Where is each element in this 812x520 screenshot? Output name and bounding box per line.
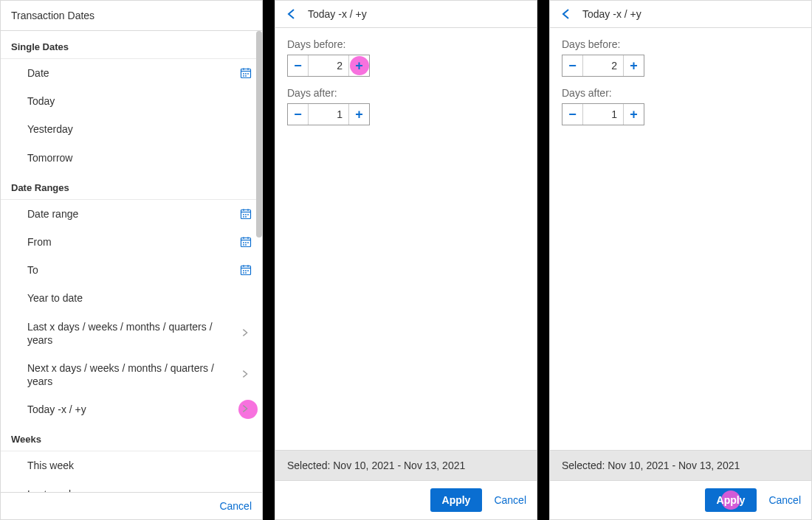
- option-label: From: [27, 235, 52, 249]
- option-label: Last x days / weeks / months / quarters …: [27, 320, 219, 347]
- days-after-value[interactable]: 1: [583, 104, 623, 125]
- option-label: To: [27, 263, 38, 277]
- svg-point-16: [243, 216, 244, 218]
- days-before-value[interactable]: 2: [309, 55, 348, 76]
- scrollbar-thumb[interactable]: [256, 31, 262, 238]
- days-after-stepper: − 1 +: [562, 103, 644, 125]
- option-next-x[interactable]: Next x days / weeks / months / quarters …: [1, 354, 262, 395]
- apply-button[interactable]: Apply: [430, 488, 483, 512]
- option-yesterday[interactable]: Yesterday: [1, 115, 262, 143]
- svg-point-15: [247, 214, 249, 215]
- detail-header: Today -x / +y: [275, 1, 537, 28]
- option-this-week[interactable]: This week: [1, 451, 262, 479]
- svg-point-25: [243, 244, 244, 246]
- days-after-increment[interactable]: +: [348, 104, 369, 125]
- selected-range: Selected: Nov 10, 2021 - Nov 13, 2021: [550, 450, 811, 480]
- calendar-icon: [240, 236, 252, 248]
- detail-header: Today -x / +y: [550, 1, 811, 28]
- days-before-stepper: − 2 +: [287, 55, 370, 77]
- option-label: Today: [27, 94, 55, 108]
- svg-point-31: [243, 270, 244, 271]
- svg-point-4: [243, 73, 244, 74]
- panel-today-xy-step1: Today -x / +y Days before: − 2 + Days af…: [275, 0, 537, 520]
- option-to[interactable]: To: [1, 256, 262, 284]
- svg-point-24: [247, 242, 249, 243]
- days-before-label: Days before:: [562, 38, 799, 50]
- chevron-right-icon: [240, 369, 252, 381]
- days-after-label: Days after:: [562, 87, 799, 99]
- scrollbar[interactable]: [255, 31, 262, 492]
- days-after-label: Days after:: [287, 87, 525, 99]
- section-header-weeks: Weeks: [1, 423, 262, 451]
- option-tomorrow[interactable]: Tomorrow: [1, 144, 262, 172]
- svg-point-33: [247, 270, 249, 271]
- days-after-decrement[interactable]: −: [562, 104, 583, 125]
- detail-body: Days before: − 2 + Days after: − 1 +: [275, 28, 537, 450]
- panel-today-xy-step2: Today -x / +y Days before: − 2 + Days af…: [549, 0, 812, 520]
- option-last-week[interactable]: Last week: [1, 480, 262, 492]
- section-header-single-dates: Single Dates: [1, 31, 262, 59]
- days-before-stepper: − 2 +: [562, 55, 644, 77]
- days-before-increment[interactable]: +: [623, 55, 644, 76]
- option-today[interactable]: Today: [1, 87, 262, 115]
- option-label: Yesterday: [27, 122, 73, 136]
- option-label: Date: [27, 66, 49, 80]
- calendar-icon: [240, 208, 252, 220]
- option-date-range[interactable]: Date range: [1, 200, 262, 228]
- svg-point-5: [245, 73, 247, 74]
- option-from[interactable]: From: [1, 228, 262, 256]
- days-before-decrement[interactable]: −: [288, 55, 309, 76]
- days-after-stepper: − 1 +: [287, 103, 370, 125]
- svg-point-22: [243, 242, 244, 243]
- days-before-label: Days before:: [287, 38, 525, 50]
- apply-button[interactable]: Apply: [705, 488, 757, 512]
- back-button[interactable]: [560, 8, 572, 20]
- option-last-x[interactable]: Last x days / weeks / months / quarters …: [1, 313, 262, 354]
- days-before-value[interactable]: 2: [583, 55, 623, 76]
- panel-title: Transaction Dates: [1, 1, 262, 31]
- chevron-right-icon: [240, 327, 252, 339]
- panel-footer: Cancel: [1, 492, 262, 519]
- detail-footer: Apply Cancel: [550, 480, 811, 519]
- chevron-right-icon: [240, 403, 252, 415]
- option-label: Tomorrow: [27, 151, 72, 164]
- svg-point-17: [245, 216, 247, 218]
- svg-point-34: [243, 272, 244, 274]
- selected-range: Selected: Nov 10, 2021 - Nov 13, 2021: [275, 450, 537, 480]
- option-date[interactable]: Date: [1, 59, 262, 87]
- svg-point-35: [245, 272, 247, 274]
- detail-title: Today -x / +y: [308, 8, 367, 20]
- days-after-increment[interactable]: +: [623, 104, 644, 125]
- option-label: Next x days / weeks / months / quarters …: [27, 361, 219, 388]
- cancel-button[interactable]: Cancel: [219, 500, 252, 512]
- days-before-increment[interactable]: +: [348, 55, 369, 76]
- option-label: This week: [27, 459, 74, 472]
- options-list: Single Dates Date Today Yesterday Tomorr…: [1, 31, 262, 492]
- svg-point-7: [243, 75, 244, 77]
- svg-point-26: [245, 244, 247, 246]
- days-before-decrement[interactable]: −: [562, 55, 583, 76]
- panel-transaction-dates: Transaction Dates Single Dates Date Toda…: [0, 0, 263, 520]
- svg-point-32: [245, 270, 247, 271]
- svg-point-8: [245, 75, 247, 77]
- detail-footer: Apply Cancel: [275, 480, 537, 519]
- detail-body: Days before: − 2 + Days after: − 1 +: [550, 28, 811, 450]
- days-after-value[interactable]: 1: [309, 104, 348, 125]
- option-year-to-date[interactable]: Year to date: [1, 284, 262, 312]
- cancel-button[interactable]: Cancel: [494, 494, 526, 506]
- section-header-date-ranges: Date Ranges: [1, 172, 262, 200]
- calendar-icon: [240, 264, 252, 276]
- detail-title: Today -x / +y: [582, 8, 641, 20]
- option-today-xy[interactable]: Today -x / +y: [1, 395, 262, 423]
- days-after-decrement[interactable]: −: [288, 104, 309, 125]
- option-label: Year to date: [27, 291, 83, 305]
- option-label: Today -x / +y: [27, 403, 86, 416]
- cancel-button[interactable]: Cancel: [768, 494, 801, 506]
- svg-point-14: [245, 214, 247, 215]
- svg-point-13: [243, 214, 244, 215]
- option-label: Date range: [27, 207, 78, 221]
- calendar-icon: [240, 67, 252, 79]
- back-button[interactable]: [286, 8, 297, 20]
- svg-point-6: [247, 73, 249, 74]
- option-label: Last week: [27, 488, 74, 492]
